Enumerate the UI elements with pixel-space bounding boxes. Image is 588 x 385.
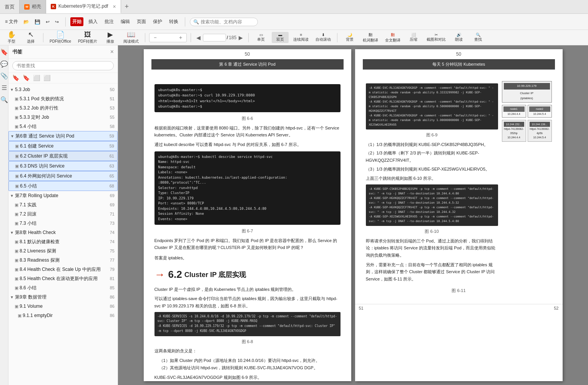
toc-page: 81 bbox=[110, 276, 115, 281]
pdf-office-tool[interactable]: 📄 PDF转Office bbox=[47, 30, 73, 45]
toc-item-7.2[interactable]: ▣7.2 回滚71 bbox=[8, 209, 118, 219]
sidebar-search-input[interactable] bbox=[12, 61, 114, 70]
toc-item-7.3[interactable]: ▣7.3 小结73 bbox=[8, 219, 118, 228]
convert-label: 转换 bbox=[169, 18, 178, 25]
toc-label: 7.2 回滚 bbox=[20, 211, 108, 217]
tab-close-button[interactable]: × bbox=[113, 4, 116, 9]
read-aloud-tool[interactable]: 🔊 朗读 bbox=[450, 32, 467, 43]
toc-arrow[interactable]: ▼ bbox=[10, 231, 14, 235]
zoom-out-button[interactable]: － bbox=[151, 33, 159, 42]
toc-item-6.4[interactable]: ▣6.4 外网如何访问 Service65 bbox=[8, 171, 118, 181]
tab-pdf[interactable]: K Kubernetes学习笔记.pdf × bbox=[46, 0, 121, 13]
page-num-52: 52 bbox=[554, 306, 558, 310]
pdf-area[interactable]: 50 第 6 章 通过 Service 访问 Pod ubuntu@k8s-ma… bbox=[118, 45, 588, 385]
toc-item-8.6[interactable]: ▣8.6 小结85 bbox=[8, 283, 118, 292]
insert-button[interactable]: 插入 bbox=[86, 17, 100, 26]
file-menu-button[interactable]: ≡ 文件 bbox=[3, 17, 20, 26]
convert-button[interactable]: 转换 bbox=[167, 17, 180, 26]
toc-page: 71 bbox=[110, 212, 115, 216]
toc-item-8.5[interactable]: ▣8.5 Health Check 在滚动更新中的应用81 bbox=[8, 274, 118, 283]
pod-ip: 10.244.4.4 bbox=[503, 112, 525, 116]
save-button[interactable]: 💾 bbox=[33, 18, 42, 26]
annotation-nav-icon[interactable]: 💬 bbox=[0, 60, 8, 68]
page-input[interactable]: 61 bbox=[203, 34, 226, 41]
play-tool[interactable]: ▶ 播放 bbox=[102, 30, 119, 45]
pdf-img-tool[interactable]: 🖼 PDF转图片 bbox=[76, 30, 100, 45]
toc-item-8.1[interactable]: ▣8.1 默认的健康检查74 bbox=[8, 237, 118, 246]
bookmark-icon-3[interactable]: ⬜ bbox=[33, 75, 40, 81]
read-mode-tool[interactable]: 📖 阅读模式 bbox=[121, 30, 141, 45]
undo-button[interactable]: ↩ bbox=[44, 18, 51, 26]
zoom-control[interactable]: － 30% ＋ bbox=[149, 33, 187, 42]
toc-icon: ▣ bbox=[15, 249, 18, 254]
toc-item-5.3.1[interactable]: ▣5.3.1 Pod 失败的情况51 bbox=[8, 94, 118, 103]
zoom-in-button[interactable]: ＋ bbox=[176, 33, 185, 42]
toc-item-5.3.3[interactable]: ▣5.3.3 定时 Job55 bbox=[8, 113, 118, 122]
select-tool[interactable]: ↖ 选择 bbox=[22, 30, 39, 45]
toc-page: 68 bbox=[110, 184, 114, 188]
search-input[interactable] bbox=[201, 19, 254, 25]
find-tool[interactable]: 🔍 查找 bbox=[470, 32, 487, 43]
layers-nav-icon[interactable]: ☰ bbox=[2, 84, 7, 91]
bookmark-icon-1[interactable]: 🔖 bbox=[12, 75, 20, 81]
single-page-tool[interactable]: ▭ 单页 bbox=[252, 32, 269, 43]
toc-item-6.2[interactable]: ▣6.2 Cluster IP 底层实现61 bbox=[8, 151, 118, 161]
toc-item-9.1.1[interactable]: ▣9.1.1 emptyDir86 bbox=[8, 311, 118, 320]
page-button[interactable]: 页面 bbox=[135, 17, 148, 26]
edit-button[interactable]: 编辑 bbox=[119, 17, 132, 26]
toc-arrow[interactable]: ▼ bbox=[10, 295, 14, 299]
next-page-button[interactable]: ▶ bbox=[237, 34, 244, 41]
toc-arrow[interactable]: ▼ bbox=[10, 194, 14, 198]
toc-item-6.3[interactable]: ▣6.3 DNS 访问 Service63 bbox=[8, 161, 118, 171]
toc-item-ch7[interactable]: ▼第7章 Rolling Update69 bbox=[8, 191, 118, 200]
toc-arrow[interactable]: ▼ bbox=[10, 134, 14, 138]
full-translate-label: 全文翻译 bbox=[385, 38, 400, 43]
continuous-tool[interactable]: ≡ 连续阅读 bbox=[291, 32, 311, 43]
toc-item-7.1[interactable]: ▣7.1 实践69 bbox=[8, 200, 118, 209]
single-label: 单页 bbox=[257, 37, 265, 42]
screenshot-tool[interactable]: ✂ 截图和对比 bbox=[424, 32, 448, 43]
bookmark-icon-4[interactable]: ⬜ bbox=[43, 75, 51, 81]
terminal-line: ubuntu@k8s-master:~$ curl 10.99.229.179:… bbox=[158, 93, 337, 98]
search-nav-icon[interactable]: 🔍 bbox=[0, 96, 8, 103]
sidebar-close-button[interactable]: × bbox=[110, 48, 114, 55]
toc-item-6.1[interactable]: ▣6.1 创建 Service59 bbox=[8, 141, 118, 151]
prev-page-button[interactable]: ◀ bbox=[195, 34, 202, 41]
toc-item-5.4[interactable]: ▣5.4 小结58 bbox=[8, 122, 118, 131]
toc-item-8.4[interactable]: ▣8.4 Health Check 在 Scale Up 中的应用79 bbox=[8, 265, 118, 274]
start-button[interactable]: 开始 bbox=[70, 17, 83, 26]
protect-button[interactable]: 保护 bbox=[151, 17, 164, 26]
t2-line: Namespace: default bbox=[158, 165, 337, 170]
toc-item-ch6[interactable]: ▼第6章 通过 Service 访问 Pod59 bbox=[8, 131, 118, 141]
hand-tool[interactable]: ✋ 手型 bbox=[3, 30, 20, 45]
toc-item-5.3.2[interactable]: ▣5.3.2 Job 的并行性53 bbox=[8, 103, 118, 113]
tab-home[interactable]: 首页 bbox=[0, 0, 20, 13]
toc-item-6.5[interactable]: ▣6.5 小结68 bbox=[8, 181, 118, 191]
full-translate-tool[interactable]: 翻 全文翻译 bbox=[383, 32, 403, 44]
compress-tool[interactable]: ⬜ 压缩 bbox=[405, 32, 422, 43]
bookmark-nav-icon[interactable]: 🔖 bbox=[0, 48, 8, 56]
toc-item-8.2[interactable]: ▣8.2 Liveness 探测75 bbox=[8, 246, 118, 256]
rule2: （2）1/3 的概率（剩下 2/3 的一半）跳转到规则 KUBE-SEP-HGV… bbox=[366, 149, 498, 164]
bg-tool[interactable]: 🌙 背景 bbox=[341, 32, 358, 43]
attachment-nav-icon[interactable]: 📎 bbox=[0, 72, 8, 80]
toc-item-ch9[interactable]: ▼第9章 数据管理86 bbox=[8, 292, 118, 302]
toc-label: 5.3.2 Job 的并行性 bbox=[20, 105, 108, 111]
double-page-tool[interactable]: ▬ 双页 bbox=[272, 32, 289, 43]
redo-button[interactable]: ↪ bbox=[53, 18, 61, 26]
toc-item-5.3[interactable]: ▼5.3 Job50 bbox=[8, 85, 118, 94]
comment-button[interactable]: 批注 bbox=[103, 17, 116, 26]
sidebar-search[interactable] bbox=[8, 59, 118, 73]
new-tab-button[interactable]: + bbox=[121, 3, 133, 11]
toc-item-ch8[interactable]: ▼第8章 Health Check74 bbox=[8, 228, 118, 237]
translate-tool[interactable]: 翻 机词翻译 bbox=[360, 32, 380, 44]
zoom-input[interactable]: 30% bbox=[160, 35, 176, 40]
search-box[interactable]: 🔍 bbox=[190, 18, 258, 26]
auto-scroll-tool[interactable]: ⬇ 自动滚动 bbox=[313, 32, 333, 43]
toc-item-9.1[interactable]: ▣9.1 Volume86 bbox=[8, 302, 118, 311]
tab-wps[interactable]: W 稻壳 bbox=[20, 0, 46, 13]
toc-arrow[interactable]: ▼ bbox=[10, 88, 14, 92]
toc-item-8.3[interactable]: ▣8.3 Readiness 探测77 bbox=[8, 256, 118, 265]
open-button[interactable]: 📂 bbox=[22, 18, 31, 26]
bookmark-icon-2[interactable]: 🔖 bbox=[23, 75, 30, 81]
